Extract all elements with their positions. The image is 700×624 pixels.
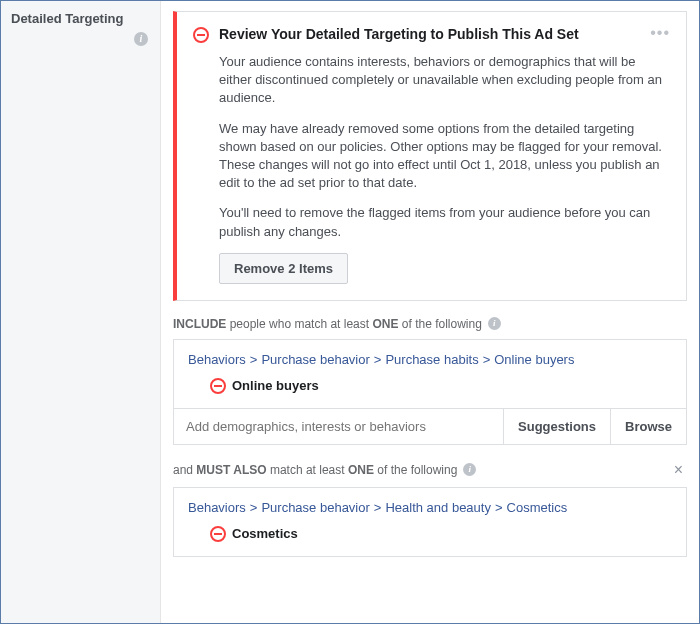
flagged-item-name: Online buyers (232, 378, 319, 393)
main-content: Review Your Detailed Targeting to Publis… (161, 1, 699, 623)
label-text: people who match at least (226, 317, 372, 331)
alert-title: Review Your Detailed Targeting to Publis… (219, 26, 650, 42)
flagged-item-name: Cosmetics (232, 526, 298, 541)
breadcrumb-link[interactable]: Behaviors (188, 352, 246, 367)
breadcrumb-link[interactable]: Purchase behavior (261, 352, 369, 367)
suggestions-button[interactable]: Suggestions (503, 409, 610, 444)
flagged-item: Online buyers (210, 377, 672, 394)
label-text: and (173, 463, 196, 477)
include-targeting-box: Behaviors>Purchase behavior>Purchase hab… (173, 339, 687, 445)
label-text: match at least (267, 463, 348, 477)
more-options-icon[interactable]: ••• (650, 26, 670, 40)
remove-items-button[interactable]: Remove 2 Items (219, 253, 348, 284)
breadcrumb-link[interactable]: Purchase behavior (261, 500, 369, 515)
browse-button[interactable]: Browse (610, 409, 686, 444)
breadcrumb-link[interactable]: Behaviors (188, 500, 246, 515)
label-text: of the following (398, 317, 481, 331)
label-text: of the following (374, 463, 457, 477)
targeting-input-row: Suggestions Browse (174, 408, 686, 444)
info-icon[interactable]: i (488, 317, 501, 330)
minus-circle-icon (193, 27, 209, 43)
detailed-targeting-panel: Detailed Targeting i Review Your Detaile… (0, 0, 700, 624)
flagged-item: Cosmetics (210, 525, 672, 542)
include-content: Behaviors>Purchase behavior>Purchase hab… (174, 340, 686, 408)
breadcrumb-link[interactable]: Purchase habits (385, 352, 478, 367)
breadcrumb-link[interactable]: Online buyers (494, 352, 574, 367)
label-include: INCLUDE (173, 317, 226, 331)
info-icon[interactable]: i (463, 463, 476, 476)
include-section-label: INCLUDE people who match at least ONE of… (173, 317, 687, 331)
sidebar-info-wrap: i (11, 30, 152, 46)
also-section-label: and MUST ALSO match at least ONE of the … (173, 461, 687, 479)
label-one: ONE (372, 317, 398, 331)
alert-paragraph: You'll need to remove the flagged items … (219, 204, 670, 240)
review-alert: Review Your Detailed Targeting to Publis… (173, 11, 687, 301)
also-content: Behaviors>Purchase behavior>Health and b… (174, 488, 686, 556)
sidebar: Detailed Targeting i (1, 1, 161, 623)
also-targeting-box: Behaviors>Purchase behavior>Health and b… (173, 487, 687, 557)
minus-circle-icon[interactable] (210, 526, 226, 542)
breadcrumb: Behaviors>Purchase behavior>Purchase hab… (188, 352, 672, 367)
alert-header: Review Your Detailed Targeting to Publis… (193, 26, 670, 43)
alert-paragraph: We may have already removed some options… (219, 120, 670, 193)
minus-circle-icon[interactable] (210, 378, 226, 394)
label-must-also: MUST ALSO (196, 463, 266, 477)
add-targeting-input[interactable] (174, 409, 503, 444)
label-one: ONE (348, 463, 374, 477)
breadcrumb: Behaviors>Purchase behavior>Health and b… (188, 500, 672, 515)
info-icon[interactable]: i (134, 32, 148, 46)
breadcrumb-link[interactable]: Health and beauty (385, 500, 491, 515)
sidebar-title: Detailed Targeting (11, 11, 152, 26)
close-icon[interactable]: × (670, 461, 687, 479)
breadcrumb-link[interactable]: Cosmetics (507, 500, 568, 515)
alert-paragraph: Your audience contains interests, behavi… (219, 53, 670, 108)
